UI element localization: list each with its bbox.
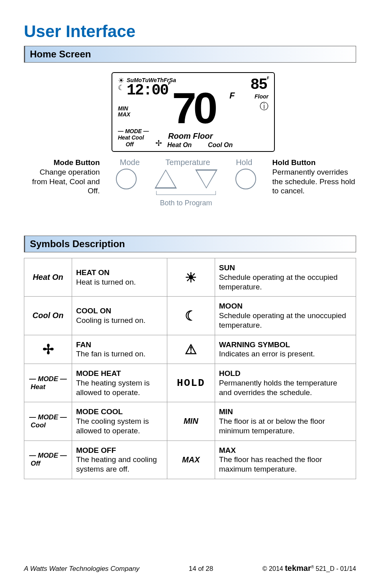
symbol-desc: SUNSchedule operating at the occupied te… [215,258,356,297]
floor-temp-block: 85F Floor ⓘ [250,76,268,112]
symbols-table: Heat OnHEAT ONHeat is turned on.☀SUNSche… [24,258,356,479]
symbol-cell: ☾ [167,297,215,335]
symbol-desc: MINThe floor is at or below the floor mi… [215,402,356,441]
symbol-cell: ✢ [24,335,72,364]
page-number: 14 of 28 [189,565,213,573]
symbol-cell: HOLD [167,364,215,402]
symbol-cell: — MODE —Off [24,441,72,479]
button-panel: Mode Temperature Hold Both to Program [107,158,265,207]
fan-icon: ✢ [155,138,162,148]
temp-up-button[interactable] [155,169,177,189]
hold-button-desc: Hold Button Permanently overrides the sc… [265,158,356,207]
temperature-label: Temperature [165,158,210,167]
symbol-desc: MODE COOLThe cooling system is allowed t… [72,402,167,441]
heat-on-label: Heat On [167,142,192,149]
symbol-cell: ⚠ [167,335,215,364]
room-floor-label: Room Floor [168,132,213,141]
mode-label: Mode [120,158,140,167]
mode-button[interactable] [116,169,137,189]
main-temp-unit: F [229,90,235,101]
symbol-desc: COOL ONCooling is turned on. [72,297,167,335]
symbol-desc: FANThe fan is turned on. [72,335,167,364]
symbol-cell: ☀ [167,258,215,297]
lcd-screen: ☀☾ SuMoTuWeThFrSa 12:00P MINMAX 70 F 85F… [112,72,275,152]
mode-indicator: — MODE — Heat Cool Off [118,128,149,148]
symbol-desc: MODE OFFThe heating and cooling systems … [72,441,167,479]
symbol-cell: — MODE —Cool [24,402,72,441]
symbol-cell: — MODE —Heat [24,364,72,402]
symbol-cell: Cool On [24,297,72,335]
min-max-label: MINMAX [118,106,130,118]
symbol-desc: HOLDPermanently holds the temperature an… [215,364,356,402]
symbol-desc: MAXThe floor has reached the floor maxim… [215,441,356,479]
main-temp: 70 [172,83,214,133]
symbol-cell: MIN [167,402,215,441]
company-name: A Watts Water Technologies Company [24,565,139,573]
cool-on-label: Cool On [208,142,233,149]
symbol-desc: HEAT ONHeat is turned on. [72,258,167,297]
both-to-program-label: Both to Program [107,199,265,207]
hold-button[interactable] [235,169,256,189]
symbol-desc: MODE HEATThe heating system is allowed t… [72,364,167,402]
hold-label: Hold [236,158,252,167]
symbol-cell: MAX [167,441,215,479]
warning-icon: ⓘ [250,100,268,112]
copyright: © 2014 tekmar® 521_D - 01/14 [262,564,356,573]
symbol-desc: MOONSchedule operating at the unoccupied… [215,297,356,335]
page-title: User Interface [24,22,356,41]
home-screen-diagram: ☀☾ SuMoTuWeThFrSa 12:00P MINMAX 70 F 85F… [24,68,356,236]
page-footer: A Watts Water Technologies Company 14 of… [24,564,356,573]
mode-button-desc: Mode Button Change operation from Heat, … [24,158,107,207]
temp-down-button[interactable] [195,169,217,189]
clock-time: 12:00P [127,82,176,99]
symbol-desc: WARNING SYMBOLIndicates an error is pres… [215,335,356,364]
section-home-screen: Home Screen [24,46,356,63]
symbol-cell: Heat On [24,258,72,297]
sun-icon: ☀☾ [118,77,124,91]
section-symbols: Symbols Description [24,236,356,252]
